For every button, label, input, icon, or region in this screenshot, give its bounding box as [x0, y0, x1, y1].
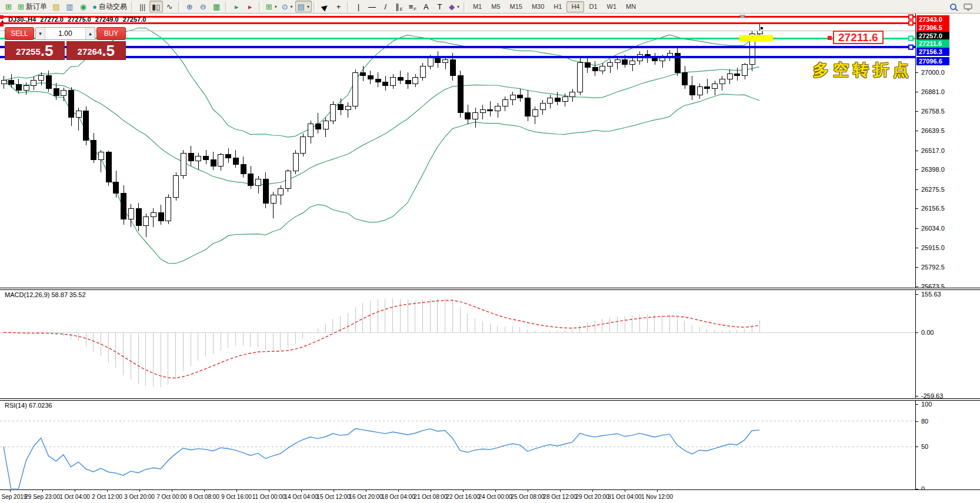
ohlc-high: 27275.0: [68, 16, 91, 23]
sell-price-box[interactable]: 27255.5: [5, 41, 65, 60]
toolbar-button-cursor[interactable]: ▶: [318, 1, 332, 12]
rsi-axis-tick: 50: [921, 443, 928, 450]
toolbar-button-auto-trading[interactable]: ●自动交易: [90, 1, 129, 12]
zoom-in-icon: ⊕: [186, 3, 193, 11]
candle-body: [121, 194, 126, 219]
candle-body: [443, 59, 448, 63]
timeframe-button-m5[interactable]: M5: [486, 1, 505, 12]
yellow-highlight-rect[interactable]: [739, 35, 773, 42]
auto-scroll-icon: ▸: [235, 3, 239, 11]
search-icon[interactable]: [950, 4, 956, 10]
price-level-tag: 27343.0: [916, 15, 949, 24]
volume-input[interactable]: 1.00: [45, 28, 85, 39]
candle-body: [375, 79, 381, 82]
chinese-note[interactable]: 多空转折点: [813, 59, 913, 81]
crosshair-icon: +: [336, 3, 341, 11]
hline-handle-left-2[interactable]: [0, 23, 4, 26]
toolbar-button-equidistant-channel[interactable]: ∥E: [392, 1, 406, 12]
hline-handle[interactable]: [909, 21, 913, 25]
candle-body: [204, 156, 209, 160]
toolbar-button-data-window[interactable]: ▥: [63, 1, 76, 12]
time-axis-tick-mark: [334, 490, 334, 492]
rsi-chart[interactable]: [0, 401, 915, 489]
toolbar-button-templates[interactable]: ▤▾: [295, 1, 312, 12]
hline-handle[interactable]: [909, 36, 913, 41]
vertical-line-icon: |: [358, 3, 359, 11]
y-axis-tick: 26156.5: [921, 205, 945, 212]
toolbar-button-horizontal-line[interactable]: —: [365, 1, 379, 12]
market-watch-icon: ▤: [52, 3, 59, 11]
timeframe-button-w1[interactable]: W1: [602, 1, 622, 12]
toolbar-button-tile-windows[interactable]: ▦: [210, 1, 224, 12]
toolbar-button-chart-shift[interactable]: ▸: [244, 1, 257, 12]
timeframe-button-m30[interactable]: M30: [527, 1, 549, 12]
timeframe-button-mn[interactable]: MN: [621, 1, 641, 12]
candle-body: [39, 76, 44, 81]
toolbar-button-auto-scroll[interactable]: ▸: [230, 1, 244, 12]
toolbar-button-navigator[interactable]: ◉: [76, 1, 90, 12]
macd-chart[interactable]: [0, 290, 915, 399]
ohlc-open: 27272.0: [40, 16, 64, 23]
candle-body: [488, 109, 493, 111]
candle-body: [473, 113, 478, 119]
toolbar-button-market-watch[interactable]: ▤: [49, 1, 63, 12]
toolbar-button-trendline[interactable]: /: [379, 1, 392, 12]
toolbar-button-fibonacci[interactable]: ≡F: [406, 1, 419, 12]
toolbar-button-line-chart-mode[interactable]: ∿: [163, 1, 176, 12]
time-axis-label: 24 Oct 00:00: [478, 494, 512, 500]
volume-down-button[interactable]: ▼: [36, 28, 45, 39]
price-axis[interactable]: 27000.026881.026758.526639.526517.026398…: [915, 14, 980, 489]
toolbar-button-new-order[interactable]: ⊞新订单: [15, 1, 49, 12]
timeframe-button-h1[interactable]: H1: [549, 1, 566, 12]
y-axis-tick-mark: [916, 208, 918, 209]
price-callout[interactable]: 27211.6: [833, 31, 884, 44]
toolbar-button-zoom-in[interactable]: ⊕: [183, 1, 196, 12]
toolbar-button-arrows[interactable]: ◆▾: [446, 1, 462, 12]
time-axis-tick-mark: [398, 490, 399, 492]
hline-handle-left-1[interactable]: [0, 15, 4, 19]
main-chart[interactable]: [0, 14, 915, 288]
toolbar-button-periods[interactable]: ⊙▾: [279, 1, 295, 12]
toolbar-button-text-label[interactable]: T: [433, 1, 446, 12]
candle-body: [548, 98, 553, 103]
buy-price-box[interactable]: 27264.5: [66, 41, 126, 60]
chevron-down-icon: ▾: [307, 4, 309, 9]
toolbar-button-zoom-out[interactable]: ⊖: [196, 1, 210, 12]
hline-handle[interactable]: [909, 45, 913, 49]
time-axis-label: 9 Oct 16:00: [221, 494, 252, 500]
timeframe-button-m15[interactable]: M15: [505, 1, 527, 12]
timeframe-button-h4[interactable]: H4: [566, 1, 584, 12]
y-axis-tick-mark: [916, 287, 918, 287]
toolbar-button-vertical-line[interactable]: |: [352, 1, 365, 12]
toolbar-button-crosshair[interactable]: +: [332, 1, 345, 12]
toolbar-separator: [178, 2, 181, 12]
candle-body: [9, 81, 14, 85]
y-axis-tick: 26758.5: [921, 108, 945, 115]
toolbar-separator: [259, 2, 262, 12]
volume-up-button[interactable]: ▲: [85, 28, 95, 39]
timeframe-button-d1[interactable]: D1: [584, 1, 602, 12]
time-axis-label: 29 Sep 23:00: [25, 494, 60, 500]
chat-icon[interactable]: [964, 4, 972, 9]
toolbar-button-text[interactable]: A: [419, 1, 433, 12]
time-axis[interactable]: 26 Sep 201929 Sep 23:001 Oct 04:002 Oct …: [0, 489, 980, 503]
timeframe-button-m1[interactable]: M1: [468, 1, 486, 12]
sell-price-main: 27255: [16, 46, 41, 56]
panel-separator-macd-rsi[interactable]: [0, 398, 980, 401]
price-callout-anchor[interactable]: [828, 36, 832, 40]
toolbar-button-indicators[interactable]: ⊞▾: [264, 1, 279, 12]
panel-separator-main-macd[interactable]: [0, 288, 980, 290]
hline-handle[interactable]: [909, 15, 913, 19]
candle-body: [158, 213, 164, 221]
y-axis-tick: 26275.5: [921, 186, 945, 193]
toolbar-button-candlestick-mode[interactable]: ▮▯: [149, 1, 163, 12]
time-axis-label: 14 Oct 04:00: [284, 494, 318, 500]
chart-shift-marker[interactable]: [739, 15, 746, 19]
toolbar-button-bar-chart-mode[interactable]: |||: [136, 1, 149, 12]
sell-button[interactable]: SELL: [5, 27, 34, 40]
toolbar-button-new-chart[interactable]: ⊞: [2, 1, 15, 12]
candle-body: [405, 81, 411, 84]
candle-body: [742, 64, 748, 75]
buy-button[interactable]: BUY: [96, 27, 126, 40]
fibonacci-icon: ≡: [409, 3, 414, 11]
